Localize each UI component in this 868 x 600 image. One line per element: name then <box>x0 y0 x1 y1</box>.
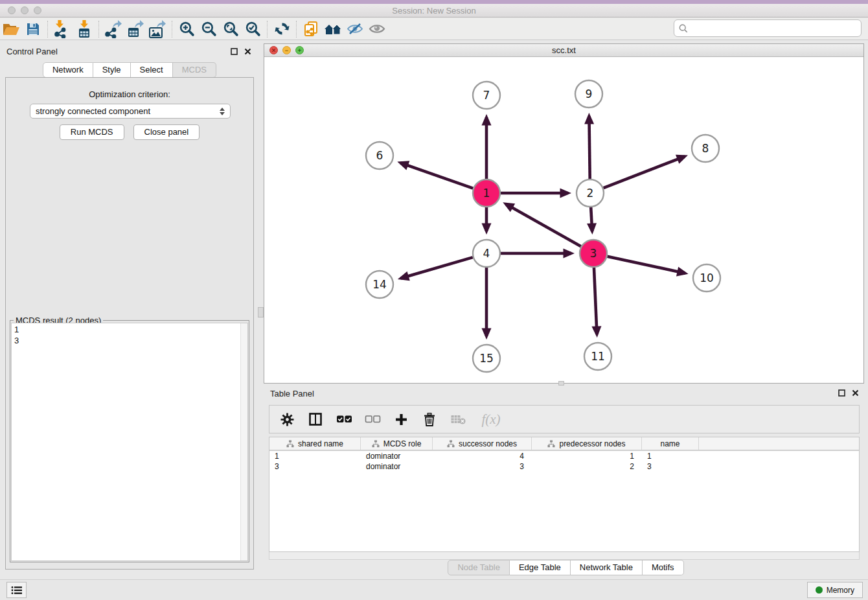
hide-style-button[interactable] <box>344 19 366 39</box>
table-cell[interactable]: 3 <box>269 461 361 472</box>
network-graph[interactable]: 7968124314101511 <box>264 57 863 383</box>
node-label-7: 7 <box>483 89 490 102</box>
tab-motifs[interactable]: Motifs <box>643 560 684 575</box>
import-network-button[interactable] <box>51 19 73 39</box>
delete-column-button[interactable] <box>420 410 439 429</box>
table-cell[interactable]: 2 <box>532 461 642 472</box>
edge-2-3[interactable] <box>591 207 592 231</box>
edge-4-14[interactable] <box>401 257 473 278</box>
table-cell[interactable]: 3 <box>642 461 699 472</box>
network-canvas[interactable]: 7968124314101511 <box>264 57 863 383</box>
edge-2-9[interactable] <box>589 116 589 179</box>
column-label: name <box>660 439 680 448</box>
maximize-network-icon[interactable]: + <box>295 46 304 54</box>
toolbar-separator <box>98 21 99 38</box>
table-row[interactable]: 3dominator323 <box>269 461 859 472</box>
open-session-button[interactable] <box>0 19 22 39</box>
memory-button[interactable]: Memory <box>807 582 863 598</box>
eye-icon <box>369 23 385 35</box>
tab-edge-table[interactable]: Edge Table <box>510 560 571 575</box>
task-history-button[interactable] <box>6 582 27 598</box>
table-icon <box>78 28 91 38</box>
minimize-network-icon[interactable]: − <box>282 46 291 54</box>
export-image-button[interactable] <box>146 19 168 39</box>
zoom-selected-button[interactable] <box>242 19 264 39</box>
table-split-view-button[interactable] <box>306 410 325 429</box>
close-network-icon[interactable]: ✕ <box>269 46 278 54</box>
table-cell[interactable]: 3 <box>433 461 532 472</box>
edge-1-6[interactable] <box>400 163 473 188</box>
result-scrollbar[interactable] <box>240 323 247 560</box>
image-icon <box>149 27 163 38</box>
float-panel-icon[interactable] <box>230 47 238 55</box>
edge-2-8[interactable] <box>604 156 685 188</box>
edge-3-11[interactable] <box>594 268 597 334</box>
main-toolbar <box>0 18 868 40</box>
split-divider-grip[interactable] <box>258 307 264 317</box>
zoom-fit-button[interactable] <box>220 19 242 39</box>
home-icon <box>324 23 342 36</box>
table-cell[interactable]: 4 <box>433 451 532 461</box>
tab-network[interactable]: Network <box>43 62 93 78</box>
toolbar-separator <box>172 21 172 38</box>
select-all-rows-button[interactable] <box>334 410 354 429</box>
table-cell[interactable]: 1 <box>642 451 699 461</box>
table-settings-button[interactable] <box>277 410 297 429</box>
eye-slash-icon <box>347 23 363 35</box>
column-header-predecessor-nodes[interactable]: predecessor nodes <box>532 437 642 450</box>
mcds-result-textarea[interactable]: 1 3 <box>11 323 248 561</box>
refresh-button[interactable] <box>271 19 293 39</box>
column-header-name[interactable]: name <box>642 437 699 450</box>
add-column-button[interactable] <box>391 410 411 429</box>
save-session-button[interactable] <box>22 19 44 39</box>
table-cell[interactable]: 1 <box>269 451 361 461</box>
close-panel-button[interactable]: Close panel <box>133 124 200 140</box>
table-cell[interactable]: 1 <box>532 451 642 461</box>
split-divider-grip[interactable] <box>558 381 564 386</box>
table-panel-title: Table Panel <box>270 389 314 398</box>
table-toolbar: f(x) <box>269 405 860 433</box>
export-table-button[interactable] <box>124 19 146 39</box>
chevron-updown-icon <box>220 108 225 115</box>
zoom-out-button[interactable] <box>198 19 220 39</box>
close-panel-icon[interactable] <box>244 47 251 55</box>
tab-node-table[interactable]: Node Table <box>448 560 510 575</box>
table-cell[interactable]: dominator <box>361 451 433 461</box>
deselect-all-rows-button[interactable] <box>363 410 382 429</box>
run-mcds-button[interactable]: Run MCDS <box>60 124 124 140</box>
edge-3-1[interactable] <box>506 204 581 247</box>
network-share-icon <box>54 27 66 38</box>
memory-status-icon <box>816 586 823 594</box>
import-table-button[interactable] <box>73 19 95 39</box>
home-button[interactable] <box>322 19 344 39</box>
network-window-titlebar[interactable]: ✕ − + scc.txt <box>264 44 863 57</box>
column-header-MCDS-role[interactable]: MCDS role <box>361 437 433 450</box>
criterion-dropdown[interactable]: strongly connected component <box>30 104 231 119</box>
export-network-button[interactable] <box>102 19 124 39</box>
zoom-out-icon <box>201 21 217 37</box>
show-style-button[interactable] <box>366 19 388 39</box>
tab-select[interactable]: Select <box>131 62 173 78</box>
table-cell[interactable]: dominator <box>361 461 433 472</box>
tab-mcds[interactable]: MCDS <box>173 62 216 78</box>
open-folder-icon <box>3 22 20 36</box>
float-panel-icon[interactable] <box>838 389 845 397</box>
column-header-successor-nodes[interactable]: successor nodes <box>433 437 532 450</box>
save-icon <box>26 22 40 36</box>
search-icon <box>679 24 688 33</box>
search-input[interactable] <box>691 23 861 33</box>
toolbar-search[interactable] <box>674 19 862 37</box>
table-horizontal-scrollbar[interactable] <box>269 552 860 560</box>
column-header-shared-name[interactable]: shared name <box>269 437 361 450</box>
node-table[interactable]: shared nameMCDS rolesuccessor nodesprede… <box>269 437 860 552</box>
close-panel-icon[interactable] <box>851 389 859 397</box>
zoom-in-button[interactable] <box>176 19 198 39</box>
edge-3-10[interactable] <box>607 257 685 273</box>
table-header-row[interactable]: shared nameMCDS rolesuccessor nodesprede… <box>269 437 859 451</box>
table-row[interactable]: 1dominator411 <box>269 451 859 461</box>
clone-network-button[interactable] <box>300 19 322 39</box>
tab-style[interactable]: Style <box>93 62 131 78</box>
list-icon <box>11 586 23 595</box>
tab-network-table[interactable]: Network Table <box>571 560 643 575</box>
table-panel-tabs: Node TableEdge TableNetwork TableMotifs <box>264 560 868 575</box>
